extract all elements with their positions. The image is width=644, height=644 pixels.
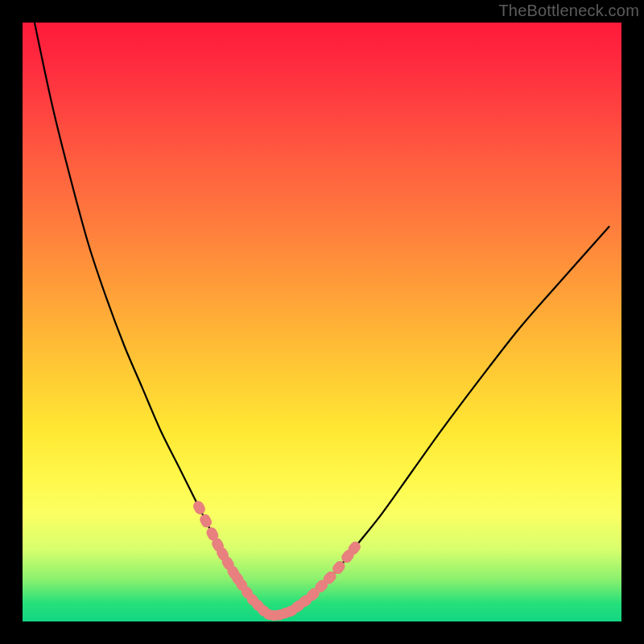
curve-line — [35, 23, 609, 616]
curve-svg — [23, 23, 621, 621]
watermark-text: TheBottleneck.com — [498, 2, 639, 20]
curve-marker — [192, 499, 207, 516]
curve-marker — [198, 512, 213, 529]
plot-area — [23, 23, 621, 621]
chart-frame: TheBottleneck.com — [0, 0, 644, 644]
marker-cluster — [192, 499, 363, 621]
